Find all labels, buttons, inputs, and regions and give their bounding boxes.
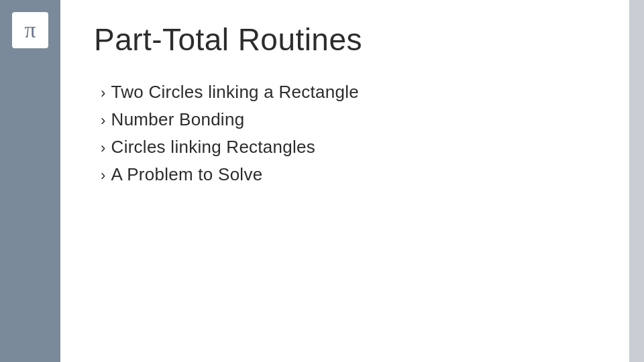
list-item: ›Circles linking Rectangles — [101, 137, 589, 158]
chevron-icon: › — [101, 112, 106, 129]
chevron-icon: › — [101, 167, 106, 184]
slide-wrapper: π Part-Total Routines ›Two Circles linki… — [0, 0, 644, 362]
list-item: ›Number Bonding — [101, 109, 589, 130]
bullet-text: A Problem to Solve — [111, 164, 263, 185]
slide-title: Part-Total Routines — [94, 21, 589, 58]
bullet-text: Two Circles linking a Rectangle — [111, 82, 359, 103]
icon-box: π — [12, 12, 48, 48]
pi-icon: π — [24, 19, 36, 42]
left-sidebar: π — [0, 0, 60, 362]
main-content: Part-Total Routines ›Two Circles linking… — [60, 0, 629, 362]
right-sidebar — [629, 0, 644, 362]
bullet-list: ›Two Circles linking a Rectangle›Number … — [101, 82, 589, 185]
list-item: ›Two Circles linking a Rectangle — [101, 82, 589, 103]
chevron-icon: › — [101, 84, 106, 102]
list-item: ›A Problem to Solve — [101, 164, 589, 185]
bullet-text: Number Bonding — [111, 109, 245, 130]
bullet-text: Circles linking Rectangles — [111, 137, 315, 158]
chevron-icon: › — [101, 139, 106, 157]
